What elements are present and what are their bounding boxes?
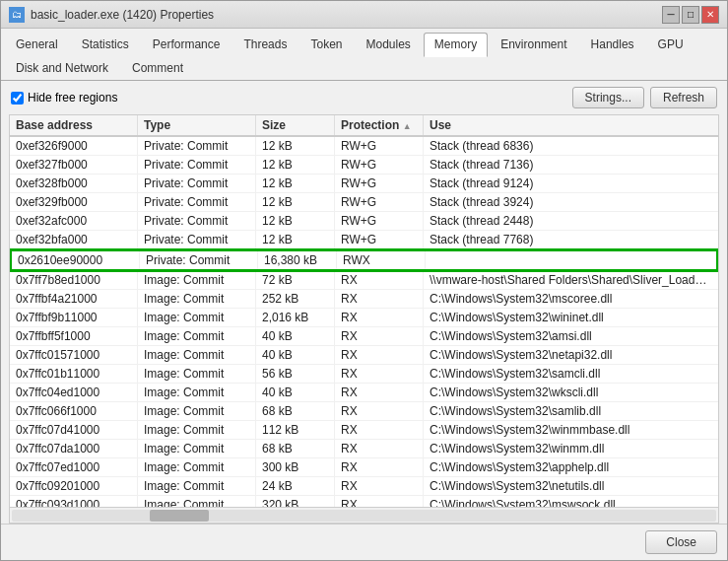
cell-use: C:\Windows\System32\wininet.dll: [424, 309, 718, 326]
close-button[interactable]: Close: [645, 530, 717, 554]
table-row[interactable]: 0x7ffc066f1000Image: Commit68 kBRXC:\Win…: [10, 402, 718, 421]
tab-memory[interactable]: Memory: [424, 33, 488, 57]
table-row[interactable]: 0x7ffc04ed1000Image: Commit40 kBRXC:\Win…: [10, 384, 718, 402]
table-row[interactable]: 0x7ffc09201000Image: Commit24 kBRXC:\Win…: [10, 477, 718, 496]
cell-use: Stack (thread 2448): [424, 212, 718, 230]
tab-disk-network[interactable]: Disk and Network: [5, 56, 119, 80]
tab-statistics[interactable]: Statistics: [71, 33, 140, 56]
cell-protection: RX: [335, 327, 424, 345]
cell-base: 0xef32afc000: [10, 212, 138, 230]
cell-type: Image: Commit: [138, 271, 256, 289]
footer: Close: [1, 524, 727, 560]
cell-base: 0x7ffc093d1000: [10, 496, 138, 507]
tab-threads[interactable]: Threads: [232, 33, 298, 56]
cell-use: C:\Windows\System32\amsi.dll: [424, 327, 718, 345]
cell-protection: RW+G: [335, 175, 424, 192]
table-row[interactable]: 0xef32afc000Private: Commit12 kBRW+GStac…: [10, 212, 718, 231]
col-header-use: Use: [424, 115, 718, 135]
memory-table-container: Base address Type Size Protection ▲ Use …: [9, 114, 719, 524]
table-row[interactable]: 0xef329fb000Private: Commit12 kBRW+GStac…: [10, 193, 718, 212]
maximize-button[interactable]: □: [682, 6, 699, 24]
col-header-protection: Protection ▲: [335, 115, 424, 135]
cell-type: Image: Commit: [138, 309, 256, 326]
tab-performance[interactable]: Performance: [142, 33, 232, 56]
tab-modules[interactable]: Modules: [355, 33, 421, 56]
cell-type: Private: Commit: [138, 212, 256, 230]
cell-type: Image: Commit: [138, 421, 256, 439]
tab-environment[interactable]: Environment: [490, 33, 577, 56]
cell-protection: RX: [335, 309, 424, 326]
cell-type: Private: Commit: [138, 137, 256, 155]
cell-protection: RW+G: [335, 156, 424, 174]
hide-free-regions-text: Hide free regions: [28, 91, 117, 105]
tab-gpu[interactable]: GPU: [647, 33, 695, 56]
table-row[interactable]: 0xef328fb000Private: Commit12 kBRW+GStac…: [10, 175, 718, 193]
tab-token[interactable]: Token: [299, 33, 353, 56]
cell-protection: RX: [335, 477, 424, 495]
cell-use: Stack (thread 3924): [424, 193, 718, 211]
cell-protection: RX: [335, 290, 424, 308]
horizontal-scrollbar[interactable]: [10, 507, 718, 523]
cell-base: 0x7ffc09201000: [10, 477, 138, 495]
table-row[interactable]: 0x7ffbf9b11000Image: Commit2,016 kBRXC:\…: [10, 309, 718, 327]
toolbar-right: Strings... Refresh: [572, 87, 717, 108]
cell-protection: RX: [335, 346, 424, 364]
scrollbar-thumb[interactable]: [150, 510, 209, 522]
table-row[interactable]: 0xef32bfa000Private: Commit12 kBRW+GStac…: [10, 231, 718, 249]
cell-use: C:\Windows\System32\samcli.dll: [424, 365, 718, 383]
minimize-button[interactable]: ─: [662, 6, 680, 24]
cell-size: 72 kB: [256, 271, 335, 289]
cell-use: [426, 251, 716, 269]
refresh-button[interactable]: Refresh: [650, 87, 717, 108]
cell-type: Private: Commit: [138, 156, 256, 174]
table-row[interactable]: 0x7ffc01571000Image: Commit40 kBRXC:\Win…: [10, 346, 718, 365]
table-row[interactable]: 0x7ffc07da1000Image: Commit68 kBRXC:\Win…: [10, 440, 718, 458]
table-body[interactable]: 0xef326f9000Private: Commit12 kBRW+GStac…: [10, 137, 718, 507]
cell-size: 12 kB: [256, 137, 335, 155]
cell-protection: RX: [335, 365, 424, 383]
hide-free-regions-label[interactable]: Hide free regions: [11, 91, 117, 105]
table-row[interactable]: 0x7ffc07ed1000Image: Commit300 kBRXC:\Wi…: [10, 458, 718, 477]
table-row[interactable]: 0x7ffc07d41000Image: Commit112 kBRXC:\Wi…: [10, 421, 718, 440]
table-row[interactable]: 0xef326f9000Private: Commit12 kBRW+GStac…: [10, 137, 718, 156]
cell-base: 0xef328fb000: [10, 175, 138, 192]
cell-size: 56 kB: [256, 365, 335, 383]
table-row[interactable]: 0x7ffbff5f1000Image: Commit40 kBRXC:\Win…: [10, 327, 718, 346]
table-row[interactable]: 0x7ffc093d1000Image: Commit320 kBRXC:\Wi…: [10, 496, 718, 507]
toolbar: Hide free regions Strings... Refresh: [1, 81, 727, 114]
cell-size: 12 kB: [256, 175, 335, 192]
cell-base: 0x7ffc07d41000: [10, 421, 138, 439]
hide-free-regions-checkbox[interactable]: [11, 92, 24, 105]
table-row[interactable]: 0x7ff7b8ed1000Image: Commit72 kBRX\\vmwa…: [10, 271, 718, 290]
table-row[interactable]: 0x2610ee90000Private: Commit16,380 kBRWX: [10, 249, 718, 271]
cell-use: C:\Windows\System32\winmm.dll: [424, 440, 718, 457]
cell-protection: RX: [335, 384, 424, 401]
tab-handles[interactable]: Handles: [580, 33, 645, 56]
table-row[interactable]: 0x7ffc01b11000Image: Commit56 kBRXC:\Win…: [10, 365, 718, 384]
cell-base: 0x2610ee90000: [12, 251, 140, 269]
cell-type: Image: Commit: [138, 290, 256, 308]
cell-type: Image: Commit: [138, 458, 256, 476]
cell-use: C:\Windows\System32\wkscli.dll: [424, 384, 718, 401]
cell-use: C:\Windows\System32\apphelp.dll: [424, 458, 718, 476]
cell-size: 68 kB: [256, 402, 335, 420]
cell-base: 0xef326f9000: [10, 137, 138, 155]
cell-size: 12 kB: [256, 156, 335, 174]
window-close-button[interactable]: ✕: [701, 6, 719, 24]
tab-comment[interactable]: Comment: [121, 56, 194, 80]
cell-size: 40 kB: [256, 384, 335, 401]
cell-type: Private: Commit: [138, 231, 256, 248]
table-row[interactable]: 0xef327fb000Private: Commit12 kBRW+GStac…: [10, 156, 718, 175]
cell-use: C:\Windows\System32\mswsock.dll: [424, 496, 718, 507]
cell-base: 0x7ffbff5f1000: [10, 327, 138, 345]
table-row[interactable]: 0x7ffbf4a21000Image: Commit252 kBRXC:\Wi…: [10, 290, 718, 309]
cell-base: 0x7ffc04ed1000: [10, 384, 138, 401]
cell-use: Stack (thread 7136): [424, 156, 718, 174]
strings-button[interactable]: Strings...: [572, 87, 644, 108]
cell-protection: RW+G: [335, 193, 424, 211]
cell-base: 0x7ff7b8ed1000: [10, 271, 138, 289]
tab-general[interactable]: General: [5, 33, 69, 56]
cell-size: 112 kB: [256, 421, 335, 439]
cell-size: 12 kB: [256, 212, 335, 230]
table-header: Base address Type Size Protection ▲ Use: [10, 115, 718, 137]
